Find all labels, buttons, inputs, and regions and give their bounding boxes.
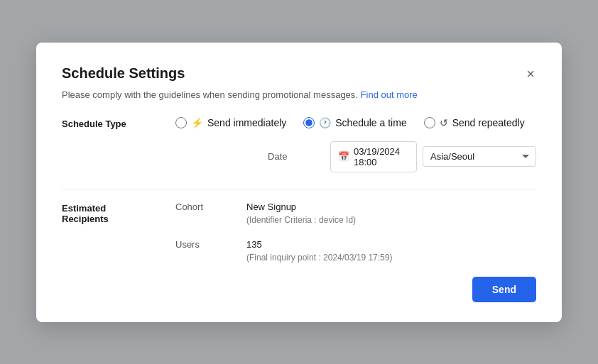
repeat-icon: ↺ [440,117,448,128]
users-value: 135 [246,239,392,250]
date-value: 03/19/2024 18:00 [354,146,409,167]
schedule-type-options: ⚡ Send immediately 🕐 Schedule a time ↺ S… [175,117,536,172]
date-row: Date 📅 03/19/2024 18:00 Asia/Seoul UTC A… [268,141,536,172]
find-out-more-link[interactable]: Find out more [361,89,418,100]
users-key: Users [175,239,246,250]
modal-footer: Send [62,277,536,302]
cohort-sub: (Identifier Criteria : device Id) [246,215,356,225]
cohort-value: New Signup [246,202,356,212]
cohort-key: Cohort [175,202,246,212]
date-label: Date [268,151,325,162]
option-send-repeatedly[interactable]: ↺ Send repeatedly [424,117,525,128]
users-row: Users 135 (Final inquiry point : 2024/03… [175,239,536,263]
modal-title: Schedule Settings [62,65,185,82]
send-immediately-label: Send immediately [207,117,286,128]
modal-overlay: Schedule Settings × Please comply with t… [0,0,598,364]
estimated-recipients-label: EstimatedRecipients [62,202,175,224]
calendar-icon: 📅 [338,151,349,162]
users-sub: (Final inquiry point : 2024/03/19 17:59) [246,253,392,263]
clock-icon: 🕐 [319,117,331,128]
subtitle-text: Please comply with the guidelines when s… [62,89,358,100]
send-repeatedly-label: Send repeatedly [452,117,525,128]
schedule-type-row: ⚡ Send immediately 🕐 Schedule a time ↺ S… [175,117,536,128]
divider [62,189,536,190]
option-schedule-time[interactable]: 🕐 Schedule a time [303,117,406,128]
modal-subtitle: Please comply with the guidelines when s… [62,89,536,100]
estimated-recipients-section: EstimatedRecipients Cohort New Signup (I… [62,202,536,263]
schedule-settings-modal: Schedule Settings × Please comply with t… [36,43,562,322]
recipients-content: Cohort New Signup (Identifier Criteria :… [175,202,536,263]
schedule-type-label: Schedule Type [62,117,175,129]
date-input[interactable]: 📅 03/19/2024 18:00 [330,141,417,172]
schedule-time-label: Schedule a time [335,117,406,128]
cohort-row: Cohort New Signup (Identifier Criteria :… [175,202,536,225]
schedule-type-section: Schedule Type ⚡ Send immediately 🕐 Sched… [62,117,536,172]
option-send-immediately[interactable]: ⚡ Send immediately [175,117,286,128]
radio-send-immediately[interactable] [175,117,187,128]
radio-send-repeatedly[interactable] [424,117,435,128]
users-value-container: 135 (Final inquiry point : 2024/03/19 17… [246,239,392,263]
radio-schedule-time[interactable] [303,117,315,128]
cohort-value-container: New Signup (Identifier Criteria : device… [246,202,356,225]
send-button[interactable]: Send [472,277,536,302]
timezone-select[interactable]: Asia/Seoul UTC America/New_York Europe/L… [423,146,536,167]
lightning-icon: ⚡ [191,117,203,128]
modal-header: Schedule Settings × [62,65,536,82]
close-button[interactable]: × [525,65,536,82]
estimated-label-text: EstimatedRecipients [62,203,109,224]
